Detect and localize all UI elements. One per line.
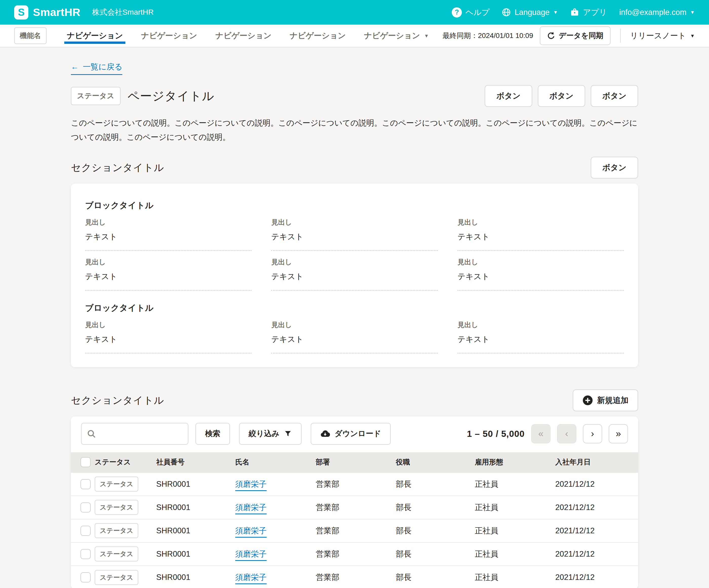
row-checkbox[interactable] xyxy=(80,502,90,512)
section1-button[interactable]: ボタン xyxy=(591,157,638,179)
field: 見出し テキスト xyxy=(271,211,438,251)
nav-item-4[interactable]: ナビゲーション xyxy=(287,25,348,47)
select-all-checkbox[interactable] xyxy=(80,457,90,467)
field-value: テキスト xyxy=(271,232,438,242)
nav-item-3[interactable]: ナビゲーション xyxy=(213,25,274,47)
back-link-label: 一覧に戻る xyxy=(83,61,122,72)
hire-date-cell: 2021/12/12 xyxy=(555,542,638,566)
search-icon xyxy=(86,429,96,439)
add-new-label: 新規追加 xyxy=(597,395,629,406)
employee-name-link[interactable]: 須磨栄子 xyxy=(235,573,267,584)
block2-title: ブロックタイトル xyxy=(85,302,624,314)
section2-header: セクションタイトル 新規追加 xyxy=(71,390,638,411)
page-action-button-2[interactable]: ボタン xyxy=(538,85,585,107)
status-badge: ステータス xyxy=(95,546,138,561)
field-value: テキスト xyxy=(271,334,438,345)
pagination-next-button[interactable]: › xyxy=(583,424,602,444)
table-row: ステータス SHR0001 須磨栄子 営業部 部長 正社員 2021/12/12 xyxy=(71,542,638,566)
field-label: 見出し xyxy=(85,258,252,267)
field-label: 見出し xyxy=(271,320,438,329)
row-checkbox[interactable] xyxy=(80,479,90,489)
employee-name-link[interactable]: 須磨栄子 xyxy=(235,550,267,561)
download-button[interactable]: ダウンロード xyxy=(311,423,391,445)
employment-type-cell: 正社員 xyxy=(475,566,555,588)
employee-table: ステータス 社員番号 氏名 部署 役職 雇用形態 入社年月日 ステータス SHR… xyxy=(71,452,638,588)
info-card: ブロックタイトル 見出し テキスト 見出し テキスト 見出し テキスト 見出し … xyxy=(71,184,638,367)
table-header-row: ステータス 社員番号 氏名 部署 役職 雇用形態 入社年月日 xyxy=(71,452,638,473)
field: 見出し テキスト xyxy=(457,314,624,353)
employment-type-cell: 正社員 xyxy=(475,496,555,519)
column-header-employee-id: 社員番号 xyxy=(156,452,235,473)
feature-name-badge: 機能名 xyxy=(14,27,47,44)
field-value: テキスト xyxy=(457,271,624,282)
page-action-button-3[interactable]: ボタン xyxy=(591,85,638,107)
field-label: 見出し xyxy=(271,258,438,267)
position-cell: 部長 xyxy=(396,473,475,496)
filter-button[interactable]: 絞り込み xyxy=(239,423,301,445)
position-cell: 部長 xyxy=(396,496,475,519)
pagination: 1 – 50 / 5,000 « ‹ › » xyxy=(467,424,628,444)
nav-item-1[interactable]: ナビゲーション xyxy=(64,25,125,47)
language-menu[interactable]: Language ▼ xyxy=(502,8,558,17)
page-action-button-1[interactable]: ボタン xyxy=(485,85,532,107)
smarthr-logo[interactable]: S SmartHR xyxy=(14,5,80,20)
block1-fields-row1: 見出し テキスト 見出し テキスト 見出し テキスト 見出し テキスト 見出し … xyxy=(85,211,624,291)
row-checkbox[interactable] xyxy=(80,526,90,536)
smarthr-logo-icon: S xyxy=(14,5,28,20)
row-checkbox[interactable] xyxy=(80,572,90,582)
account-email: info@example.com xyxy=(619,8,686,17)
row-checkbox[interactable] xyxy=(80,549,90,559)
employee-id-cell: SHR0001 xyxy=(156,542,235,566)
employee-name-link[interactable]: 須磨栄子 xyxy=(235,503,267,514)
search-input[interactable] xyxy=(81,423,188,445)
hire-date-cell: 2021/12/12 xyxy=(555,473,638,496)
field-label: 見出し xyxy=(85,218,252,227)
pagination-prev-button: ‹ xyxy=(557,424,576,444)
field: 見出し テキスト xyxy=(85,314,252,353)
search-box xyxy=(81,423,188,445)
field-label: 見出し xyxy=(271,218,438,227)
nav-item-label: ナビゲーション xyxy=(215,30,271,41)
page-status-badge: ステータス xyxy=(71,87,121,105)
field-value: テキスト xyxy=(271,271,438,282)
sync-data-button[interactable]: データを同期 xyxy=(540,26,610,45)
refresh-icon xyxy=(547,32,555,40)
briefcase-icon xyxy=(570,8,579,17)
table-row: ステータス SHR0001 須磨栄子 営業部 部長 正社員 2021/12/12 xyxy=(71,519,638,542)
table-toolbar: 検索 絞り込み ダウンロード 1 – 50 / 5,000 « ‹ › » xyxy=(71,416,638,452)
divider xyxy=(620,29,621,43)
table-row: ステータス SHR0001 須磨栄子 営業部 部長 正社員 2021/12/12 xyxy=(71,473,638,496)
employment-type-cell: 正社員 xyxy=(475,473,555,496)
search-button[interactable]: 検索 xyxy=(195,423,230,445)
field: 見出し テキスト xyxy=(85,211,252,251)
add-new-button[interactable]: 新規追加 xyxy=(573,390,638,411)
account-menu[interactable]: info@example.com ▼ xyxy=(619,8,695,17)
field-label: 見出し xyxy=(457,320,624,329)
pagination-last-button[interactable]: » xyxy=(609,424,628,444)
plus-circle-icon xyxy=(582,395,593,406)
last-sync-text: 最終同期：2024/01/01 10:09 xyxy=(443,31,533,41)
apps-label: アプリ xyxy=(583,7,607,18)
nav-item-5-dropdown[interactable]: ナビゲーション ▼ xyxy=(361,25,431,47)
hire-date-cell: 2021/12/12 xyxy=(555,566,638,588)
back-to-list-link[interactable]: ← 一覧に戻る xyxy=(71,61,122,75)
company-name: 株式会社SmartHR xyxy=(92,7,154,18)
apps-menu[interactable]: アプリ xyxy=(570,7,607,18)
brand-name: SmartHR xyxy=(33,6,80,19)
employee-name-link[interactable]: 須磨栄子 xyxy=(235,526,267,538)
download-label: ダウンロード xyxy=(335,428,381,439)
employee-id-cell: SHR0001 xyxy=(156,566,235,588)
employee-table-card: 検索 絞り込み ダウンロード 1 – 50 / 5,000 « ‹ › » xyxy=(71,416,638,588)
help-link[interactable]: ? ヘルプ xyxy=(452,7,490,18)
department-cell: 営業部 xyxy=(316,566,396,588)
column-header-position: 役職 xyxy=(396,452,475,473)
release-notes-label: リリースノート xyxy=(630,30,686,41)
field-value: テキスト xyxy=(85,271,252,282)
nav-item-2[interactable]: ナビゲーション xyxy=(138,25,200,47)
position-cell: 部長 xyxy=(396,566,475,588)
employee-name-link[interactable]: 須磨栄子 xyxy=(235,480,267,491)
block2-fields: 見出し テキスト 見出し テキスト 見出し テキスト xyxy=(85,314,624,353)
section2-title: セクションタイトル xyxy=(71,394,164,407)
page-description: このページについての説明。このページについての説明。このページについての説明。こ… xyxy=(71,116,638,144)
release-notes-menu[interactable]: リリースノート ▼ xyxy=(630,30,695,41)
